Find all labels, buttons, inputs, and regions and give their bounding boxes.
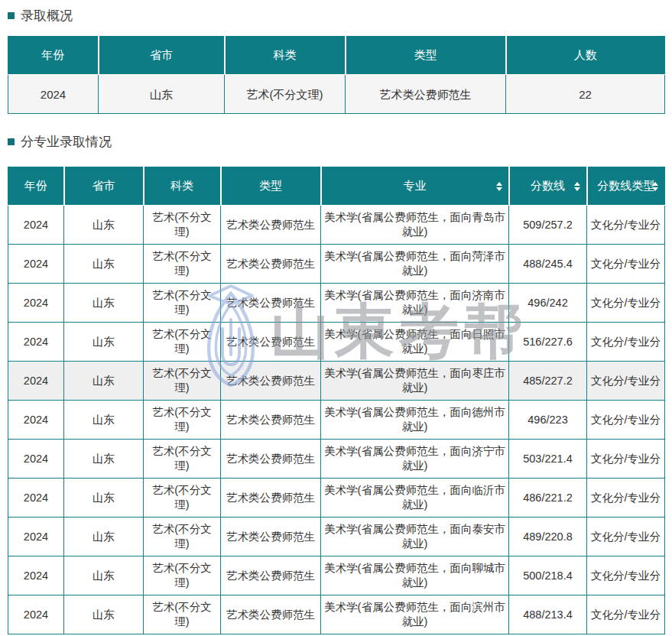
table-row: 2024山东艺术(不分文理)艺术类公费师范生美术学(省属公费师范生，面向临沂市就… [8, 479, 665, 518]
cell-province: 山东 [64, 595, 144, 634]
cell-type: 艺术类公费师范生 [221, 284, 321, 323]
sort-up-arrow-icon [652, 182, 658, 186]
column-header-year: 年份 [8, 37, 99, 75]
column-header-label: 分数线类型 [597, 179, 654, 192]
column-header-province: 省市 [99, 37, 225, 75]
table-row: 2024山东艺术(不分文理)艺术类公费师范生美术学(省属公费师范生，面向青岛市就… [8, 206, 665, 245]
cell-count: 22 [506, 75, 665, 114]
cell-type: 艺术类公费师范生 [221, 440, 321, 479]
cell-score-line-type: 文化分/专业分 [587, 440, 665, 479]
cell-score-line-type: 文化分/专业分 [587, 556, 665, 595]
section-title-majors: 分专业录取情况 [8, 114, 664, 151]
cell-year: 2024 [8, 362, 64, 401]
cell-year: 2024 [8, 479, 64, 518]
cell-year: 2024 [8, 556, 64, 595]
cell-type: 艺术类公费师范生 [221, 595, 321, 634]
major-header-row: 年份省市科类类型专业分数线分数线类型 [8, 167, 665, 206]
sort-icon[interactable] [652, 182, 658, 191]
table-row: 2024山东艺术(不分文理)艺术类公费师范生美术学(省属公费师范生，面向济宁市就… [8, 440, 665, 479]
cell-score-line-type: 文化分/专业分 [587, 284, 665, 323]
cell-major: 美术学(省属公费师范生，面向临沂市就业) [321, 479, 509, 518]
cell-province: 山东 [64, 284, 144, 323]
cell-major: 美术学(省属公费师范生，面向枣庄市就业) [321, 362, 509, 401]
cell-province: 山东 [64, 362, 144, 401]
cell-year: 2024 [8, 401, 64, 440]
overview-header-row: 年份省市科类类型人数 [8, 37, 665, 75]
cell-province: 山东 [99, 75, 225, 114]
cell-score-line-type: 文化分/专业分 [587, 479, 665, 518]
cell-subject-category: 艺术(不分文理) [144, 556, 221, 595]
cell-subject-category: 艺术(不分文理) [144, 323, 221, 362]
cell-score-line: 496/223 [509, 401, 587, 440]
square-bullet-icon [8, 138, 15, 145]
major-table-body: 2024山东艺术(不分文理)艺术类公费师范生美术学(省属公费师范生，面向青岛市就… [8, 206, 665, 634]
column-header-count: 人数 [506, 37, 665, 75]
sort-icon[interactable] [496, 182, 502, 191]
column-header-label: 年份 [24, 179, 47, 192]
column-header-label: 分数线 [531, 179, 565, 192]
section-title-overview: 录取概况 [8, 0, 664, 24]
cell-major: 美术学(省属公费师范生，面向日照市就业) [321, 323, 509, 362]
cell-score-line: 485/227.2 [509, 362, 587, 401]
admissions-page: 录取概况 年份省市科类类型人数 2024山东艺术(不分文理)艺术类公费师范生22… [0, 0, 672, 634]
cell-type: 艺术类公费师范生 [221, 362, 321, 401]
sort-icon[interactable] [574, 182, 580, 191]
cell-score-line-type: 文化分/专业分 [587, 362, 665, 401]
cell-subject-category: 艺术(不分文理) [144, 518, 221, 556]
cell-score-line: 500/218.4 [509, 556, 587, 595]
cell-subject-category: 艺术(不分文理) [144, 362, 221, 401]
column-header-label: 科类 [170, 179, 193, 192]
column-header-label: 类型 [414, 48, 437, 61]
sort-up-arrow-icon [496, 182, 502, 186]
column-header-label: 省市 [93, 179, 115, 192]
cell-province: 山东 [64, 323, 144, 362]
table-row: 2024山东艺术(不分文理)艺术类公费师范生美术学(省属公费师范生，面向聊城市就… [8, 556, 665, 595]
table-row: 2024山东艺术(不分文理)艺术类公费师范生美术学(省属公费师范生，面向德州市就… [8, 401, 665, 440]
column-header-major[interactable]: 专业 [321, 167, 509, 206]
major-table: 年份省市科类类型专业分数线分数线类型 2024山东艺术(不分文理)艺术类公费师范… [8, 167, 665, 634]
column-header-label: 人数 [574, 48, 597, 61]
table-row: 2024山东艺术(不分文理)艺术类公费师范生22 [8, 75, 665, 114]
sort-up-arrow-icon [574, 182, 580, 186]
sort-down-arrow-icon [496, 187, 502, 191]
cell-year: 2024 [8, 245, 64, 284]
cell-subject-category: 艺术(不分文理) [144, 479, 221, 518]
cell-subject-category: 艺术(不分文理) [144, 595, 221, 634]
overview-table: 年份省市科类类型人数 2024山东艺术(不分文理)艺术类公费师范生22 [8, 36, 665, 114]
cell-score-line-type: 文化分/专业分 [587, 206, 665, 245]
cell-province: 山东 [64, 479, 144, 518]
overview-table-body: 2024山东艺术(不分文理)艺术类公费师范生22 [8, 75, 665, 114]
cell-major: 美术学(省属公费师范生，面向泰安市就业) [321, 518, 509, 556]
table-row: 2024山东艺术(不分文理)艺术类公费师范生美术学(省属公费师范生，面向泰安市就… [8, 518, 665, 556]
cell-type: 艺术类公费师范生 [221, 479, 321, 518]
cell-type: 艺术类公费师范生 [221, 245, 321, 284]
table-row: 2024山东艺术(不分文理)艺术类公费师范生美术学(省属公费师范生，面向济南市就… [8, 284, 665, 323]
cell-province: 山东 [64, 556, 144, 595]
column-header-subject-category: 科类 [144, 167, 221, 206]
cell-year: 2024 [8, 595, 64, 634]
column-header-label: 类型 [259, 179, 282, 192]
cell-province: 山东 [64, 206, 144, 245]
column-header-score-line[interactable]: 分数线 [509, 167, 587, 206]
table-row: 2024山东艺术(不分文理)艺术类公费师范生美术学(省属公费师范生，面向日照市就… [8, 323, 665, 362]
cell-major: 美术学(省属公费师范生，面向青岛市就业) [321, 206, 509, 245]
column-header-label: 专业 [404, 179, 427, 192]
cell-score-line-type: 文化分/专业分 [587, 518, 665, 556]
column-header-province: 省市 [64, 167, 144, 206]
column-header-score-line-type[interactable]: 分数线类型 [587, 167, 665, 206]
section-title-text: 录取概况 [21, 7, 73, 24]
cell-score-line: 496/242 [509, 284, 587, 323]
cell-subject-category: 艺术(不分文理) [144, 206, 221, 245]
cell-year: 2024 [8, 75, 99, 114]
cell-score-line: 489/220.8 [509, 518, 587, 556]
cell-score-line: 488/245.4 [509, 245, 587, 284]
cell-score-line: 488/213.4 [509, 595, 587, 634]
cell-year: 2024 [8, 323, 64, 362]
section-title-text: 分专业录取情况 [21, 133, 112, 151]
cell-province: 山东 [64, 401, 144, 440]
cell-year: 2024 [8, 206, 64, 245]
cell-type: 艺术类公费师范生 [221, 206, 321, 245]
cell-province: 山东 [64, 245, 144, 284]
cell-year: 2024 [8, 284, 64, 323]
cell-score-line: 509/257.2 [509, 206, 587, 245]
